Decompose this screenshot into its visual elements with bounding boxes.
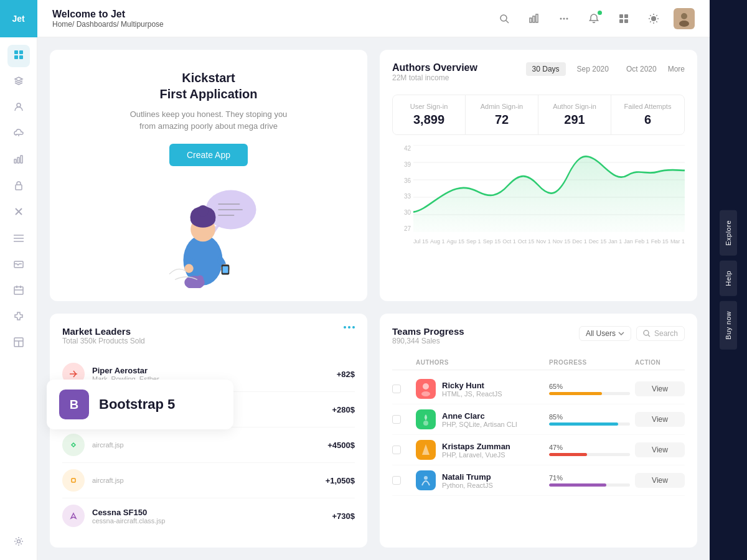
stat-user-signin: User Sign-in 3,899: [393, 95, 466, 134]
kristaps-view-btn[interactable]: View: [635, 442, 685, 457]
piper-name: Piper Aerostar: [92, 366, 329, 375]
sidebar-item-chart[interactable]: [7, 149, 30, 172]
cirrus-value: +280$: [332, 405, 355, 414]
chart-bar-icon: [14, 154, 24, 167]
sidebar-item-cloud[interactable]: [7, 123, 30, 146]
search-icon-btn[interactable]: [494, 9, 514, 29]
natali-view-btn[interactable]: View: [635, 473, 685, 488]
kickstart-card: Kickstart First Application Outlines kee…: [50, 50, 367, 301]
sidebar-item-layers[interactable]: [7, 71, 30, 93]
svg-point-65: [423, 383, 429, 390]
item3-meta: aircraft.jsp: [92, 441, 320, 449]
cessna-value: +730$: [332, 511, 355, 521]
natali-avatar: [416, 470, 436, 490]
anne-name: Anne Clarc: [442, 411, 517, 421]
stat-label-user: User Sign-in: [403, 103, 455, 110]
market-title: Market Leaders: [62, 326, 145, 337]
teams-subtitle: 890,344 Sales: [392, 337, 464, 345]
kickstart-title: Kickstart First Application: [159, 70, 257, 102]
authors-subtitle: 22M total income: [392, 73, 477, 82]
buy-now-btn[interactable]: Buy now: [720, 301, 737, 350]
help-btn[interactable]: Help: [720, 261, 737, 296]
settings-dots-icon[interactable]: [554, 9, 574, 29]
notifications-icon[interactable]: [584, 9, 604, 29]
dark-mode-toggle[interactable]: [644, 9, 664, 29]
sidebar-item-layout[interactable]: [7, 332, 30, 355]
team-author-kristaps: Kristaps Zumman PHP, Laravel, VueJS: [416, 440, 544, 460]
breadcrumb: Home/ Dashboards/ Multipurpose: [52, 20, 164, 29]
sidebar-item-user[interactable]: [7, 97, 30, 119]
cessna-info: Cessna SF150 cessna-aircraft.class.jsp: [92, 508, 324, 525]
ricky-name: Ricky Hunt: [442, 381, 502, 390]
anne-view-btn[interactable]: View: [635, 412, 685, 427]
sidebar-bottom: [7, 523, 30, 560]
analytics-icon-btn[interactable]: [524, 9, 544, 29]
svg-rect-6: [14, 159, 16, 163]
team-row-natali: Natali Trump Python, ReactJS 71% View: [392, 465, 685, 496]
ricky-view-btn[interactable]: View: [635, 381, 685, 396]
kristaps-skills: PHP, Laravel, VueJS: [442, 451, 510, 459]
grid-view-icon[interactable]: [614, 9, 634, 29]
svg-rect-16: [14, 287, 23, 294]
item3-info: aircraft.jsp: [92, 441, 320, 449]
create-app-button[interactable]: Create App: [169, 144, 248, 166]
stat-value-author: 291: [548, 113, 601, 127]
sidebar-item-close[interactable]: [7, 202, 30, 224]
stat-label-admin: Admin Sign-in: [476, 103, 528, 110]
svg-rect-26: [530, 18, 532, 22]
natali-bar: [549, 483, 606, 487]
stat-failed-attempts: Failed Attempts 6: [611, 95, 684, 134]
sidebar-item-menu[interactable]: [7, 228, 30, 250]
page-title: Welcome to Jet: [52, 9, 164, 20]
app-logo[interactable]: Jet: [0, 0, 37, 37]
market-more-dots[interactable]: [344, 326, 355, 329]
svg-rect-3: [19, 55, 23, 59]
sidebar-item-inbox[interactable]: [7, 254, 30, 276]
user-avatar[interactable]: [674, 8, 695, 29]
svg-point-36: [681, 13, 687, 19]
grid-icon: [14, 50, 24, 62]
period-tab-oct[interactable]: Oct 2020: [620, 62, 663, 76]
sidebar-item-lock[interactable]: [7, 175, 30, 198]
svg-rect-34: [619, 19, 623, 23]
search-box[interactable]: Search: [636, 326, 685, 341]
market-item-4: aircraft.jsp +1,050$: [62, 463, 355, 498]
period-more[interactable]: More: [668, 65, 685, 73]
stat-value-admin: 72: [476, 113, 528, 127]
breadcrumb-dashboards[interactable]: Dashboards/: [77, 20, 119, 29]
sidebar-item-puzzle[interactable]: [7, 306, 30, 329]
svg-point-51: [197, 275, 204, 282]
puzzle-icon: [14, 311, 24, 324]
period-tab-sep[interactable]: Sep 2020: [571, 62, 615, 76]
item4-value: +1,050$: [326, 476, 355, 485]
authors-overview-card: Authors Overview 22M total income 30 Day…: [380, 50, 697, 301]
inbox-icon: [14, 259, 24, 271]
period-tab-30days[interactable]: 30 Days: [526, 62, 566, 76]
sidebar-item-grid[interactable]: [7, 45, 30, 67]
breadcrumb-current: Multipurpose: [121, 20, 164, 29]
svg-point-24: [500, 15, 507, 21]
explore-btn[interactable]: Explore: [720, 210, 737, 256]
cloud-icon: [14, 128, 24, 141]
settings-icon[interactable]: [7, 530, 30, 553]
team-checkbox-ricky[interactable]: [392, 385, 401, 393]
stat-value-failed: 6: [621, 113, 674, 127]
anne-progress: 85%: [549, 413, 630, 426]
team-checkbox-kristaps[interactable]: [392, 446, 401, 454]
team-checkbox-natali[interactable]: [392, 476, 401, 485]
breadcrumb-home[interactable]: Home/: [52, 20, 74, 29]
team-row-ricky: Ricky Hunt HTML, JS, ReactJS 65% View: [392, 374, 685, 404]
svg-rect-7: [17, 157, 19, 163]
chart-area: 42 39 36 33 30 27: [392, 145, 685, 245]
team-checkbox-anne[interactable]: [392, 415, 401, 424]
market-leaders-card: Market Leaders Total 350k Products Sold …: [50, 314, 367, 548]
svg-rect-1: [19, 50, 23, 54]
teams-table-header: AUTHORS PROGRESS ACTION: [392, 355, 685, 370]
cessna-name: Cessna SF150: [92, 508, 324, 517]
sidebar-item-calendar[interactable]: [7, 280, 30, 302]
item3-icon: [62, 434, 85, 456]
svg-point-4: [17, 103, 21, 107]
natali-skills: Python, ReactJS: [442, 482, 493, 489]
all-users-dropdown[interactable]: All Users: [579, 326, 631, 341]
bootstrap-text: Bootstrap 5: [99, 396, 175, 413]
